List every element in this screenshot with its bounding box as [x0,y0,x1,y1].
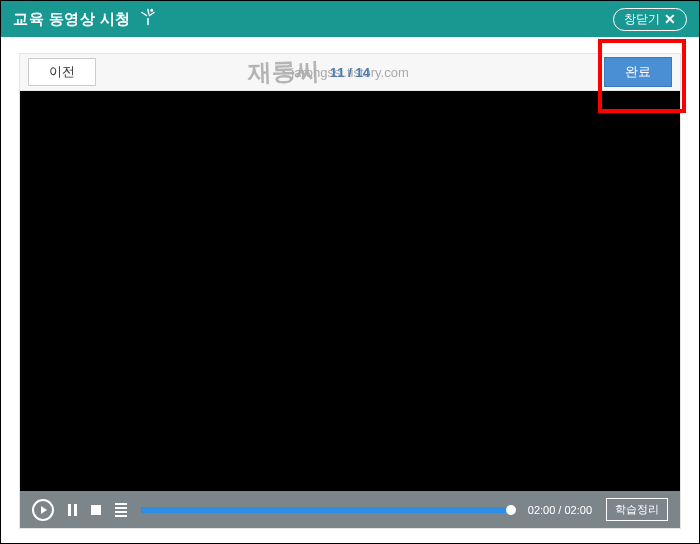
video-toolbar: 이전 재롱씨 jarongssi.tistory.com 11 / 14 완료 [19,53,681,91]
list-icon [115,503,127,517]
close-label: 창닫기 [624,11,660,28]
watermark-text: 재롱씨 [247,55,320,89]
previous-button[interactable]: 이전 [28,58,96,86]
time-current: 02:00 [528,504,556,516]
progress-thumb [506,505,516,515]
list-button[interactable] [115,503,127,517]
main-content: 이전 재롱씨 jarongssi.tistory.com 11 / 14 완료 [1,37,699,529]
play-button[interactable] [32,499,54,521]
summary-button[interactable]: 학습정리 [606,498,668,521]
stop-icon [91,505,101,515]
time-total: 02:00 [564,504,592,516]
page-indicator: 11 / 14 [330,65,370,80]
complete-button[interactable]: 완료 [604,57,672,87]
svg-point-0 [151,10,153,12]
title-group: 교육 동영상 시청 [13,8,157,30]
pause-icon [68,504,77,516]
progress-bar[interactable] [141,507,514,513]
video-player-area[interactable] [19,91,681,491]
stop-button[interactable] [91,505,101,515]
page-current: 11 [330,65,344,80]
complete-wrapper: 완료 [604,57,672,87]
window-title: 교육 동영상 시청 [13,10,131,29]
time-display: 02:00 / 02:00 [528,504,592,516]
close-icon: ✕ [664,11,676,27]
close-window-button[interactable]: 창닫기 ✕ [613,8,687,31]
progress-fill [141,507,514,513]
window-header: 교육 동영상 시청 창닫기 ✕ [1,1,699,37]
page-divider: / [345,65,356,80]
page-total: 14 [355,65,369,80]
video-controls: 02:00 / 02:00 학습정리 [19,491,681,529]
star-icon [139,8,157,30]
play-icon [32,499,54,521]
pause-button[interactable] [68,504,77,516]
